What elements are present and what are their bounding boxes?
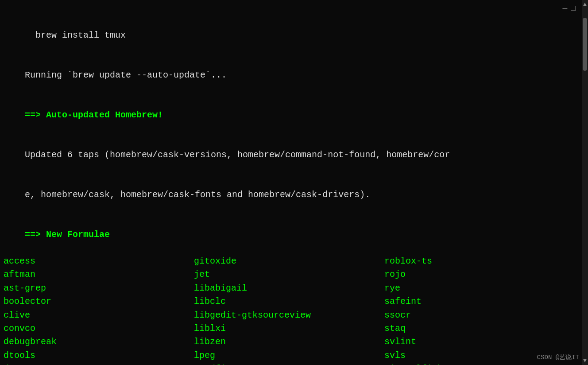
auto-updated-text: Auto-updated Homebrew! — [46, 110, 163, 120]
formulae-grid: access aftman ast-grep boolector clive c… — [4, 255, 584, 365]
list-item: lpeg — [194, 349, 384, 362]
list-item: staq — [384, 322, 575, 335]
list-item: gitoxide — [194, 255, 384, 268]
list-item: liblxi — [194, 322, 384, 335]
updated-taps-line-2: e, homebrew/cask, homebrew/cask-fonts an… — [4, 175, 584, 215]
list-item: debugbreak — [4, 335, 194, 349]
list-item: virtualfish — [384, 362, 575, 365]
list-item: aftman — [4, 268, 194, 281]
list-item: libabigail — [194, 282, 384, 295]
list-item: libgedit-gtksourceview — [194, 309, 384, 322]
maximize-btn[interactable]: □ — [571, 3, 576, 15]
list-item: libzen — [194, 335, 384, 349]
watermark: CSDN @艺说IT — [537, 353, 579, 362]
scrollbar-thumb[interactable] — [583, 18, 587, 71]
arrow-2: ==> — [25, 229, 46, 240]
list-item: ast-grep — [4, 282, 194, 295]
list-item: convco — [4, 322, 194, 335]
command-line: brew install tmux — [4, 16, 584, 55]
list-item: dzr — [4, 362, 194, 365]
updated-taps-line: Updated 6 taps (homebrew/cask-versions, … — [4, 135, 584, 175]
list-item: boolector — [4, 295, 194, 308]
scrollbar[interactable]: ▲ ▼ — [582, 0, 588, 365]
scroll-down-arrow[interactable]: ▼ — [582, 356, 588, 365]
auto-updated-line: ==> Auto-updated Homebrew! — [4, 95, 584, 135]
formulae-col-1: access aftman ast-grep boolector clive c… — [4, 255, 194, 365]
scroll-up-arrow[interactable]: ▲ — [582, 0, 588, 9]
list-item: safeint — [384, 295, 575, 308]
list-item: svlint — [384, 335, 575, 349]
formulae-col-2: gitoxide jet libabigail libclc libgedit-… — [194, 255, 384, 365]
minimize-btn[interactable]: — — [562, 3, 567, 15]
new-formulae-text: New Formulae — [46, 229, 110, 240]
list-item: roblox-ts — [384, 255, 575, 268]
running-line: Running `brew update --auto-update`... — [4, 55, 584, 95]
list-item: rojo — [384, 268, 575, 281]
formulae-col-3: roblox-ts rojo rye safeint ssocr staq sv… — [384, 255, 575, 365]
list-item: clive — [4, 309, 194, 322]
list-item: jet — [194, 268, 384, 281]
list-item: access — [4, 255, 194, 268]
prompt-arrow: brew install tmux — [25, 30, 126, 40]
list-item: ssocr — [384, 309, 575, 322]
list-item: dtools — [4, 349, 194, 362]
terminal-window: — □ brew install tmux Running `brew upda… — [0, 0, 588, 365]
top-bar: — □ — [4, 2, 584, 16]
list-item: libclc — [194, 295, 384, 308]
list-item: rye — [384, 282, 575, 295]
arrow-1: ==> — [25, 110, 46, 120]
list-item: nerdfix — [194, 362, 384, 365]
new-formulae-header: ==> New Formulae — [4, 215, 584, 255]
